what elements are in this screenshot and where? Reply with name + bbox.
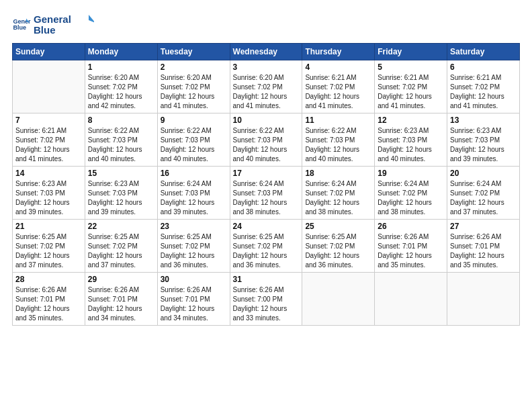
weekday-header-row: SundayMondayTuesdayWednesdayThursdayFrid… <box>13 44 520 60</box>
day-info: Sunrise: 6:25 AM Sunset: 7:02 PM Dayligh… <box>305 232 371 270</box>
day-number: 15 <box>88 169 154 178</box>
day-number: 28 <box>15 275 82 284</box>
header: General Blue General Blue <box>12 12 520 36</box>
day-info: Sunrise: 6:22 AM Sunset: 7:03 PM Dayligh… <box>88 126 154 164</box>
day-info: Sunrise: 6:23 AM Sunset: 7:03 PM Dayligh… <box>88 179 154 217</box>
logo: General Blue General Blue <box>12 12 94 36</box>
calendar-week-5: 28Sunrise: 6:26 AM Sunset: 7:01 PM Dayli… <box>13 273 520 326</box>
day-number: 31 <box>233 275 300 284</box>
day-info: Sunrise: 6:24 AM Sunset: 7:02 PM Dayligh… <box>305 179 371 217</box>
calendar-cell: 29Sunrise: 6:26 AM Sunset: 7:01 PM Dayli… <box>85 273 157 326</box>
calendar-cell: 15Sunrise: 6:23 AM Sunset: 7:03 PM Dayli… <box>85 167 157 220</box>
svg-marker-5 <box>89 15 94 23</box>
weekday-header-tuesday: Tuesday <box>157 44 230 60</box>
day-info: Sunrise: 6:21 AM Sunset: 7:02 PM Dayligh… <box>378 73 444 111</box>
calendar-cell: 25Sunrise: 6:25 AM Sunset: 7:02 PM Dayli… <box>302 220 375 273</box>
day-info: Sunrise: 6:20 AM Sunset: 7:02 PM Dayligh… <box>88 73 154 111</box>
day-info: Sunrise: 6:25 AM Sunset: 7:02 PM Dayligh… <box>15 232 82 270</box>
day-number: 3 <box>233 62 300 72</box>
logo-icon: General Blue <box>12 15 31 34</box>
day-number: 8 <box>88 116 154 125</box>
day-info: Sunrise: 6:26 AM Sunset: 7:01 PM Dayligh… <box>88 285 154 323</box>
day-info: Sunrise: 6:26 AM Sunset: 7:00 PM Dayligh… <box>233 285 300 323</box>
day-info: Sunrise: 6:22 AM Sunset: 7:03 PM Dayligh… <box>233 126 300 164</box>
day-number: 9 <box>161 116 227 125</box>
day-number: 14 <box>15 169 82 178</box>
day-number: 12 <box>378 116 444 125</box>
day-info: Sunrise: 6:24 AM Sunset: 7:03 PM Dayligh… <box>233 179 300 217</box>
day-number: 11 <box>305 116 371 125</box>
day-info: Sunrise: 6:21 AM Sunset: 7:02 PM Dayligh… <box>450 73 517 111</box>
calendar-cell: 30Sunrise: 6:26 AM Sunset: 7:01 PM Dayli… <box>157 273 230 326</box>
day-number: 4 <box>305 62 371 72</box>
day-info: Sunrise: 6:24 AM Sunset: 7:02 PM Dayligh… <box>378 179 444 217</box>
svg-text:Blue: Blue <box>13 24 26 31</box>
day-number: 16 <box>161 169 227 178</box>
calendar-cell: 18Sunrise: 6:24 AM Sunset: 7:02 PM Dayli… <box>302 167 375 220</box>
calendar-cell: 19Sunrise: 6:24 AM Sunset: 7:02 PM Dayli… <box>375 167 447 220</box>
calendar-cell: 28Sunrise: 6:26 AM Sunset: 7:01 PM Dayli… <box>13 273 85 326</box>
calendar-cell: 1Sunrise: 6:20 AM Sunset: 7:02 PM Daylig… <box>85 60 157 113</box>
calendar-cell: 5Sunrise: 6:21 AM Sunset: 7:02 PM Daylig… <box>375 60 447 113</box>
calendar-week-4: 21Sunrise: 6:25 AM Sunset: 7:02 PM Dayli… <box>13 220 520 273</box>
day-info: Sunrise: 6:23 AM Sunset: 7:03 PM Dayligh… <box>378 126 444 164</box>
calendar-cell: 14Sunrise: 6:23 AM Sunset: 7:03 PM Dayli… <box>13 167 85 220</box>
day-number: 24 <box>233 222 300 231</box>
day-info: Sunrise: 6:24 AM Sunset: 7:03 PM Dayligh… <box>161 179 227 217</box>
weekday-header-saturday: Saturday <box>447 44 520 60</box>
day-number: 27 <box>450 222 517 231</box>
day-info: Sunrise: 6:26 AM Sunset: 7:01 PM Dayligh… <box>450 232 517 270</box>
day-info: Sunrise: 6:22 AM Sunset: 7:03 PM Dayligh… <box>305 126 371 164</box>
calendar-cell <box>302 273 375 326</box>
day-info: Sunrise: 6:20 AM Sunset: 7:02 PM Dayligh… <box>161 73 227 111</box>
day-number: 7 <box>15 116 82 125</box>
day-info: Sunrise: 6:23 AM Sunset: 7:03 PM Dayligh… <box>15 179 82 217</box>
day-number: 26 <box>378 222 444 231</box>
calendar-cell: 12Sunrise: 6:23 AM Sunset: 7:03 PM Dayli… <box>375 113 447 167</box>
day-number: 2 <box>161 62 227 72</box>
day-number: 17 <box>233 169 300 178</box>
day-info: Sunrise: 6:24 AM Sunset: 7:02 PM Dayligh… <box>450 179 517 217</box>
calendar-cell: 20Sunrise: 6:24 AM Sunset: 7:02 PM Dayli… <box>447 167 520 220</box>
day-number: 30 <box>161 275 227 284</box>
calendar-cell: 27Sunrise: 6:26 AM Sunset: 7:01 PM Dayli… <box>447 220 520 273</box>
day-info: Sunrise: 6:26 AM Sunset: 7:01 PM Dayligh… <box>161 285 227 323</box>
day-number: 25 <box>305 222 371 231</box>
logo-svg: General Blue <box>34 12 94 36</box>
calendar-cell: 11Sunrise: 6:22 AM Sunset: 7:03 PM Dayli… <box>302 113 375 167</box>
day-info: Sunrise: 6:22 AM Sunset: 7:03 PM Dayligh… <box>161 126 227 164</box>
calendar-cell: 26Sunrise: 6:26 AM Sunset: 7:01 PM Dayli… <box>375 220 447 273</box>
calendar-cell: 2Sunrise: 6:20 AM Sunset: 7:02 PM Daylig… <box>157 60 230 113</box>
weekday-header-friday: Friday <box>375 44 447 60</box>
day-info: Sunrise: 6:23 AM Sunset: 7:03 PM Dayligh… <box>450 126 517 164</box>
calendar-cell: 13Sunrise: 6:23 AM Sunset: 7:03 PM Dayli… <box>447 113 520 167</box>
day-info: Sunrise: 6:25 AM Sunset: 7:02 PM Dayligh… <box>161 232 227 270</box>
calendar-cell: 21Sunrise: 6:25 AM Sunset: 7:02 PM Dayli… <box>13 220 85 273</box>
weekday-header-sunday: Sunday <box>13 44 85 60</box>
calendar-cell: 24Sunrise: 6:25 AM Sunset: 7:02 PM Dayli… <box>230 220 302 273</box>
day-number: 13 <box>450 116 517 125</box>
calendar-cell: 23Sunrise: 6:25 AM Sunset: 7:02 PM Dayli… <box>157 220 230 273</box>
calendar-cell <box>13 60 85 113</box>
day-number: 5 <box>378 62 444 72</box>
day-info: Sunrise: 6:26 AM Sunset: 7:01 PM Dayligh… <box>15 285 82 323</box>
calendar-cell: 7Sunrise: 6:21 AM Sunset: 7:02 PM Daylig… <box>13 113 85 167</box>
day-info: Sunrise: 6:26 AM Sunset: 7:01 PM Dayligh… <box>378 232 444 270</box>
calendar-cell: 16Sunrise: 6:24 AM Sunset: 7:03 PM Dayli… <box>157 167 230 220</box>
day-number: 6 <box>450 62 517 72</box>
calendar-week-3: 14Sunrise: 6:23 AM Sunset: 7:03 PM Dayli… <box>13 167 520 220</box>
day-number: 29 <box>88 275 154 284</box>
calendar-cell <box>375 273 447 326</box>
calendar-cell: 8Sunrise: 6:22 AM Sunset: 7:03 PM Daylig… <box>85 113 157 167</box>
day-number: 10 <box>233 116 300 125</box>
day-number: 21 <box>15 222 82 231</box>
calendar-cell: 4Sunrise: 6:21 AM Sunset: 7:02 PM Daylig… <box>302 60 375 113</box>
calendar-cell: 3Sunrise: 6:20 AM Sunset: 7:02 PM Daylig… <box>230 60 302 113</box>
day-number: 22 <box>88 222 154 231</box>
calendar-cell: 6Sunrise: 6:21 AM Sunset: 7:02 PM Daylig… <box>447 60 520 113</box>
weekday-header-wednesday: Wednesday <box>230 44 302 60</box>
calendar-cell <box>447 273 520 326</box>
day-info: Sunrise: 6:25 AM Sunset: 7:02 PM Dayligh… <box>233 232 300 270</box>
day-info: Sunrise: 6:21 AM Sunset: 7:02 PM Dayligh… <box>305 73 371 111</box>
svg-text:Blue: Blue <box>34 24 56 36</box>
